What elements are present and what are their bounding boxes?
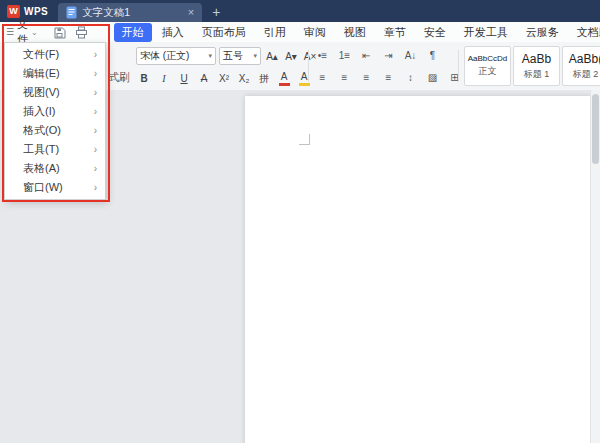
font-name-value: 宋体 (正文) (140, 49, 189, 63)
menu-item-table[interactable]: 表格(A) › (5, 159, 105, 178)
format-painter-label-partial[interactable]: 式刷 (108, 70, 130, 85)
menu-item-window[interactable]: 窗口(W) › (5, 178, 105, 197)
dropdown-arrow-icon: ▾ (250, 52, 257, 60)
submenu-arrow-icon: › (94, 87, 97, 98)
new-tab-button[interactable]: + (212, 5, 220, 19)
submenu-arrow-icon: › (94, 68, 97, 79)
menu-item-file[interactable]: 文件(F) › (5, 45, 105, 64)
tab-section[interactable]: 章节 (376, 23, 414, 42)
menu-item-insert[interactable]: 插入(I) › (5, 102, 105, 121)
wps-home-tab[interactable]: W WPS (0, 0, 58, 22)
align-center-icon[interactable]: ≡ (336, 69, 353, 86)
tab-view[interactable]: 视图 (336, 23, 374, 42)
menubar: ☰ 文件 ⌄ 开始 插入 页面布局 引用 审阅 视图 章节 (0, 22, 600, 43)
file-menu-button[interactable]: ☰ 文件 ⌄ (0, 22, 44, 42)
tab-home[interactable]: 开始 (114, 23, 152, 42)
save-button[interactable] (53, 26, 66, 39)
tab-document-assistant[interactable]: 文档助手 (569, 23, 600, 42)
tab-cloud-services[interactable]: 云服务 (518, 23, 567, 42)
tab-security[interactable]: 安全 (416, 23, 454, 42)
close-tab-icon[interactable]: × (188, 7, 194, 18)
style-heading-2[interactable]: AaBb( 标题 2 (562, 46, 600, 86)
align-right-icon[interactable]: ≡ (358, 69, 375, 86)
strikethrough-icon[interactable]: A (196, 70, 212, 87)
italic-icon[interactable]: I (156, 70, 172, 87)
dropdown-arrow-icon: ▾ (205, 52, 212, 60)
print-button[interactable] (75, 26, 88, 39)
justify-icon[interactable]: ≡ (380, 69, 397, 86)
bold-icon[interactable]: B (136, 70, 152, 87)
style-name: 标题 1 (524, 68, 550, 81)
save-icon (53, 26, 66, 39)
group-separator (308, 50, 309, 82)
document-tab[interactable]: 文字文稿1 × (58, 3, 202, 22)
menu-item-edit[interactable]: 编辑(E) › (5, 64, 105, 83)
sort-icon[interactable]: A↓ (402, 47, 419, 64)
align-left-icon[interactable]: ≡ (314, 69, 331, 86)
scrollbar-thumb[interactable] (592, 94, 599, 164)
menu-item-format[interactable]: 格式(O) › (5, 121, 105, 140)
print-icon (75, 26, 88, 39)
highlight-color-icon[interactable]: A (296, 70, 312, 87)
borders-icon[interactable]: ⊞ (446, 69, 463, 86)
show-formatting-marks-icon[interactable]: ¶ (424, 47, 441, 64)
submenu-arrow-icon: › (94, 125, 97, 136)
shading-icon[interactable]: ▨ (424, 69, 441, 86)
decrease-font-size-icon[interactable]: A▾ (283, 48, 299, 65)
decrease-indent-icon[interactable]: ⇤ (358, 47, 375, 64)
bullet-list-icon[interactable]: •≡ (314, 47, 331, 64)
style-sample: AaBb( (569, 52, 600, 66)
submenu-arrow-icon: › (94, 163, 97, 174)
document-tab-label: 文字文稿1 (82, 6, 183, 20)
tab-review[interactable]: 审阅 (296, 23, 334, 42)
titlebar: W WPS 文字文稿1 × + (0, 0, 600, 22)
submenu-arrow-icon: › (94, 106, 97, 117)
file-dropdown-menu: 文件(F) › 编辑(E) › 视图(V) › 插入(I) › 格式(O) › … (4, 42, 106, 200)
numbered-list-icon[interactable]: 1≡ (336, 47, 353, 64)
vertical-scrollbar[interactable] (590, 90, 600, 443)
tab-insert[interactable]: 插入 (154, 23, 192, 42)
style-gallery: AaBbCcDd 正文 AaBb 标题 1 AaBb( 标题 2 (464, 46, 600, 86)
wps-brand-label: WPS (24, 6, 48, 17)
pinyin-guide-icon[interactable]: 拼 (256, 70, 272, 87)
menu-item-tools[interactable]: 工具(T) › (5, 140, 105, 159)
tab-page-layout[interactable]: 页面布局 (194, 23, 254, 42)
font-color-icon[interactable]: A (276, 70, 292, 87)
style-sample: AaBbCcDd (468, 54, 508, 63)
style-name: 标题 2 (573, 68, 599, 81)
group-separator (458, 50, 459, 82)
line-spacing-icon[interactable]: ↕ (402, 69, 419, 86)
increase-indent-icon[interactable]: ⇥ (380, 47, 397, 64)
ribbon-tabs: 开始 插入 页面布局 引用 审阅 视图 章节 安全 开发工具 云服务 文档助手 (114, 23, 600, 42)
font-name-select[interactable]: 宋体 (正文) ▾ (136, 47, 216, 65)
tab-references[interactable]: 引用 (256, 23, 294, 42)
style-normal[interactable]: AaBbCcDd 正文 (464, 46, 511, 86)
margin-corner-mark (299, 134, 310, 145)
tab-developer-tools[interactable]: 开发工具 (456, 23, 516, 42)
paragraph-group: •≡ 1≡ ⇤ ⇥ A↓ ¶ ≡ ≡ ≡ ≡ ↕ ▨ ⊞ (314, 47, 463, 86)
underline-icon[interactable]: U (176, 70, 192, 87)
style-heading-1[interactable]: AaBb 标题 1 (513, 46, 560, 86)
submenu-arrow-icon: › (94, 49, 97, 60)
superscript-icon[interactable]: X² (216, 70, 232, 87)
subscript-icon[interactable]: X₂ (236, 70, 252, 87)
font-group: 宋体 (正文) ▾ 五号 ▾ A▴ A▾ A× B I U A X² X₂ 拼 (136, 47, 318, 87)
style-sample: AaBb (522, 52, 551, 66)
document-page[interactable] (245, 96, 591, 443)
style-name: 正文 (479, 65, 497, 78)
document-icon (66, 6, 77, 19)
wps-writer-window: W WPS 文字文稿1 × + ☰ 文件 ⌄ (0, 0, 600, 443)
font-size-value: 五号 (223, 49, 243, 63)
submenu-arrow-icon: › (94, 144, 97, 155)
chevron-down-icon: ⌄ (31, 28, 38, 37)
font-size-select[interactable]: 五号 ▾ (219, 47, 261, 65)
wps-logo-icon: W (7, 5, 20, 18)
hamburger-icon: ☰ (6, 27, 14, 37)
submenu-arrow-icon: › (94, 182, 97, 193)
menu-item-view[interactable]: 视图(V) › (5, 83, 105, 102)
increase-font-size-icon[interactable]: A▴ (264, 48, 280, 65)
